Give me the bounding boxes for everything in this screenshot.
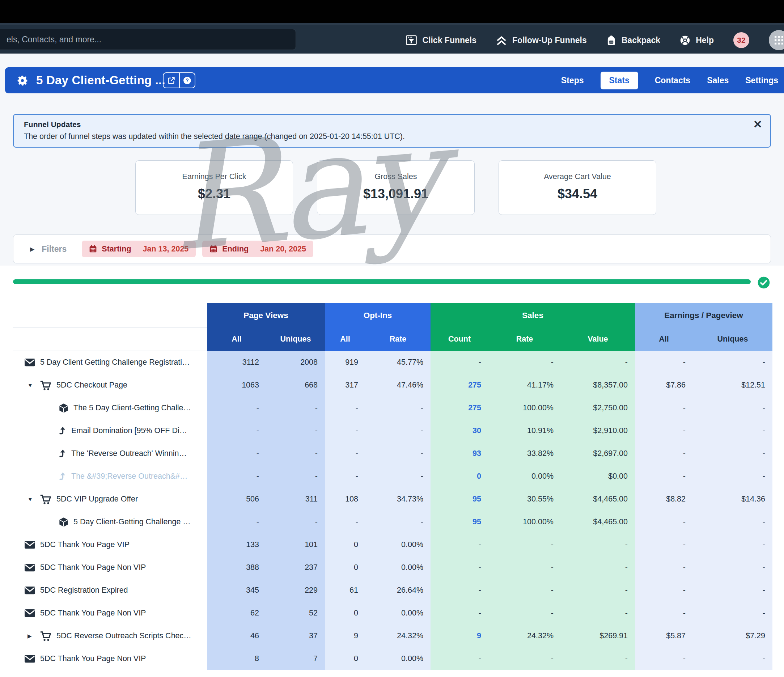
row-label-cell: ▶5DC Reverse Outreach Scripts Chec…: [13, 624, 207, 647]
tab-contacts[interactable]: Contacts: [655, 76, 690, 86]
row-label-cell: 5 Day Client Getting Challenge Registrat…: [13, 351, 207, 374]
cell-sales-count[interactable]: 0: [431, 465, 488, 488]
cell-earnings-uniques: -: [693, 533, 772, 556]
starting-date-pill[interactable]: Starting Jan 13, 2025: [82, 241, 196, 257]
ending-date-pill[interactable]: Ending Jan 20, 2025: [202, 241, 313, 257]
click-funnels-icon: [406, 35, 417, 45]
row-label[interactable]: 5DC Registration Expired: [40, 586, 128, 595]
cell-sales-count[interactable]: 275: [431, 374, 488, 397]
cell-optins-rate: -: [366, 465, 431, 488]
col-header-earnings-all[interactable]: All: [635, 327, 693, 351]
row-label[interactable]: 5 Day Client-Getting Challenge …: [73, 517, 191, 526]
cell-sales-count[interactable]: 95: [431, 510, 488, 533]
cell-pv-uniques: 311: [266, 488, 325, 510]
nav-item-follow-up-funnels[interactable]: Follow-Up Funnels: [496, 35, 587, 45]
row-label-cell: 5DC Thank You Page Non VIP: [13, 602, 207, 624]
row-label-cell: The 'Reverse Outreach' Winnin…: [13, 442, 207, 465]
row-label-cell: 5DC Thank You Page VIP: [13, 533, 207, 556]
cell-earnings-uniques: -: [693, 465, 772, 488]
cell-sales-count[interactable]: 9: [431, 624, 488, 647]
col-header-sales-rate[interactable]: Rate: [488, 327, 561, 351]
caret-right-icon[interactable]: ▶: [28, 633, 34, 640]
cell-sales-rate: -: [488, 351, 561, 374]
notification-badge[interactable]: 32: [733, 32, 749, 48]
row-label[interactable]: 5 Day Client Getting Challenge Registrat…: [40, 358, 190, 367]
nav-item-label: Backpack: [622, 36, 660, 45]
caret-down-icon[interactable]: ▼: [28, 496, 34, 502]
gear-icon[interactable]: [16, 74, 29, 87]
col-header-sales-count[interactable]: Count: [431, 327, 488, 351]
cell-sales-rate: -: [488, 647, 561, 670]
stat-card-value: $2.31: [136, 186, 293, 202]
cell-optins-all: 0: [325, 647, 366, 670]
cell-sales-count: -: [431, 647, 488, 670]
group-header-opt-ins: Opt-Ins: [325, 303, 431, 327]
table-row: 5DC Thank You Page VIP13310100.00%-----: [13, 533, 772, 556]
cell-pv-uniques: 52: [266, 602, 325, 624]
row-label[interactable]: The 5 Day Client-Getting Challe…: [73, 403, 191, 412]
cell-sales-count[interactable]: 275: [431, 397, 488, 419]
nav-item-backpack[interactable]: Backpack: [607, 35, 660, 45]
cell-optins-rate: 0.00%: [366, 602, 431, 624]
cell-sales-rate: 100.00%: [488, 397, 561, 419]
double-chevron-up-icon: [496, 35, 507, 45]
col-header-optins-all[interactable]: All: [325, 327, 366, 351]
help-button[interactable]: ?: [179, 73, 194, 87]
avatar[interactable]: [769, 30, 784, 50]
header-button-group: ?: [163, 72, 195, 88]
upsell-icon: [59, 472, 67, 481]
stat-card-gross-sales: Gross Sales $13,091.91: [317, 160, 474, 215]
cell-optins-all: -: [325, 397, 366, 419]
cell-sales-count[interactable]: 93: [431, 442, 488, 465]
cell-sales-count[interactable]: 30: [431, 419, 488, 442]
email-icon: [24, 654, 36, 663]
search-input[interactable]: [0, 29, 296, 50]
nav-item-help[interactable]: Help: [680, 35, 714, 45]
close-icon[interactable]: ✕: [753, 119, 762, 130]
tab-stats[interactable]: Stats: [600, 72, 638, 89]
row-label[interactable]: 5DC Reverse Outreach Scripts Chec…: [56, 632, 191, 640]
col-header-optins-rate[interactable]: Rate: [366, 327, 431, 351]
cell-earnings-all: -: [635, 442, 693, 465]
col-header-pv-uniques[interactable]: Uniques: [266, 327, 325, 351]
cell-pv-all: 1063: [207, 374, 266, 397]
open-funnel-button[interactable]: [163, 73, 179, 87]
table-sub-header: All Uniques All Rate Count Rate Value Al…: [13, 327, 772, 351]
cell-optins-rate: -: [366, 442, 431, 465]
caret-right-icon[interactable]: ▶: [30, 246, 34, 252]
table-row: Email Domination [95% OFF Di…----3010.91…: [13, 419, 772, 442]
cell-sales-count[interactable]: 95: [431, 488, 488, 510]
email-icon: [24, 358, 36, 367]
nav-item-label: Follow-Up Funnels: [512, 36, 587, 45]
cell-earnings-uniques: -: [693, 510, 772, 533]
cell-optins-all: 9: [325, 624, 366, 647]
tab-settings[interactable]: Settings: [745, 76, 778, 86]
stat-card-value: $34.54: [499, 186, 656, 202]
cell-earnings-uniques: $14.36: [693, 488, 772, 510]
funnel-header: 5 Day Client-Getting ... ? Steps Stats C…: [5, 67, 784, 93]
cell-pv-uniques: 668: [266, 374, 325, 397]
tab-sales[interactable]: Sales: [707, 76, 729, 86]
sub-header-spacer: [13, 327, 207, 351]
row-label[interactable]: 5DC Thank You Page Non VIP: [40, 654, 146, 663]
col-header-pv-all[interactable]: All: [207, 327, 266, 351]
row-label[interactable]: Email Domination [95% OFF Di…: [71, 426, 187, 435]
tab-steps[interactable]: Steps: [561, 76, 584, 86]
col-header-earnings-uniques[interactable]: Uniques: [693, 327, 772, 351]
table-row: ▶5DC Reverse Outreach Scripts Chec…46379…: [13, 624, 772, 647]
ending-value: Jan 20, 2025: [260, 244, 306, 254]
cell-sales-rate: 10.91%: [488, 419, 561, 442]
row-label[interactable]: 5DC Thank You Page Non VIP: [40, 563, 146, 572]
row-label[interactable]: The &#39;Reverse Outreach&#…: [71, 472, 187, 481]
caret-down-icon[interactable]: ▼: [28, 382, 34, 388]
row-label[interactable]: 5DC Thank You Page VIP: [40, 540, 129, 549]
col-header-sales-value[interactable]: Value: [561, 327, 635, 351]
row-label[interactable]: 5DC Thank You Page Non VIP: [40, 609, 146, 618]
cell-pv-all: 46: [207, 624, 266, 647]
nav-item-click-funnels[interactable]: Click Funnels: [406, 35, 476, 45]
row-label[interactable]: 5DC VIP Upgrade Offer: [56, 495, 138, 504]
cell-earnings-uniques: -: [693, 579, 772, 602]
row-label[interactable]: 5DC Checkout Page: [56, 381, 128, 390]
row-label[interactable]: The 'Reverse Outreach' Winnin…: [71, 449, 187, 458]
cell-pv-all: -: [207, 442, 266, 465]
